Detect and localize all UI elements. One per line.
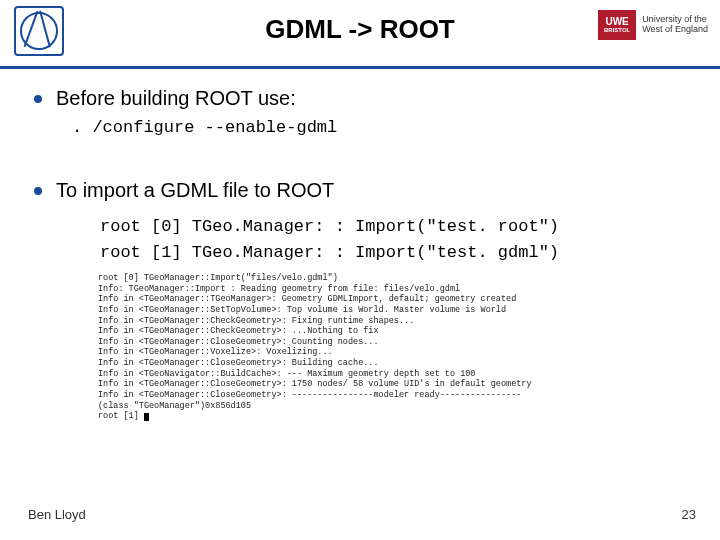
uwe-text-line2: West of England <box>642 25 708 35</box>
footer-author: Ben Lloyd <box>28 507 86 522</box>
code-configure: . /configure --enable-gdml <box>72 118 692 137</box>
uwe-badge-bottom: BRISTOL <box>604 27 630 33</box>
slide: GDML -> ROOT UWE BRISTOL University of t… <box>0 0 720 540</box>
code-import: root [0] TGeo.Manager: : Import("test. r… <box>100 214 692 265</box>
footer-page-number: 23 <box>682 507 696 522</box>
slide-header: GDML -> ROOT UWE BRISTOL University of t… <box>0 0 720 69</box>
bullet-2: To import a GDML file to ROOT <box>28 179 692 202</box>
uwe-text: University of the West of England <box>642 15 708 35</box>
slide-content: Before building ROOT use: . /configure -… <box>0 69 720 422</box>
bullet-1: Before building ROOT use: <box>28 87 692 110</box>
terminal-output: root [0] TGeoManager::Import("files/velo… <box>98 273 638 422</box>
uwe-logo: UWE BRISTOL University of the West of En… <box>598 10 708 40</box>
bullet-list: Before building ROOT use: <box>28 87 692 110</box>
bullet-list-2: To import a GDML file to ROOT <box>28 179 692 202</box>
uwe-badge-top: UWE <box>605 17 628 27</box>
uwe-badge: UWE BRISTOL <box>598 10 636 40</box>
